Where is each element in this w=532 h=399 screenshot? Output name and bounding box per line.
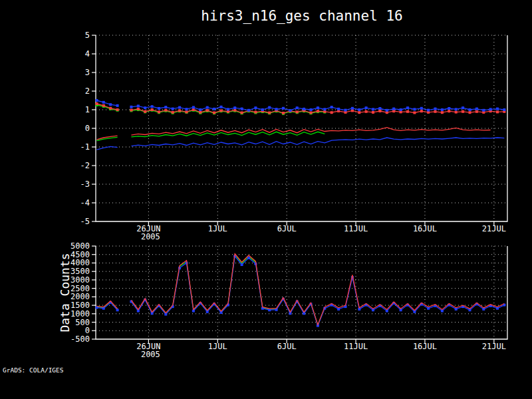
blue-upper-line-marker (317, 106, 319, 109)
blue-upper-line-marker (386, 109, 388, 112)
x-tick-labels: 26JUN20051JUL6JUL11JUL16JUL21JUL (136, 221, 506, 241)
blue-upper-line-marker (441, 108, 444, 111)
blue-upper-line-marker (178, 106, 181, 109)
red-upper-line-marker (172, 111, 174, 114)
x-tick-label: 11JUL (344, 224, 368, 233)
blue-lower-line-path (97, 138, 505, 150)
blue-upper-line-marker (331, 106, 333, 108)
y-tick-label: -1 (80, 142, 90, 152)
blue-upper-line-marker (455, 108, 458, 110)
x-tick-label: 1JUL (208, 224, 227, 233)
red-upper-line-marker (130, 109, 132, 112)
blue-upper-line-marker (144, 106, 146, 109)
blue-upper-line-marker (206, 106, 209, 109)
red-upper-line-marker (406, 110, 409, 113)
blue-upper-line-marker (489, 108, 492, 110)
blue-upper-line-marker (323, 108, 326, 110)
y-tick-label: 4500 (70, 250, 90, 259)
red-upper-line-marker (116, 108, 119, 111)
blue-upper-line-marker (275, 108, 278, 110)
red-upper-line-marker (233, 109, 236, 112)
top-panel: -5-4-3-2-101234526JUN20051JUL6JUL11JUL16… (80, 31, 507, 241)
red-upper-line-marker (144, 110, 146, 113)
y-tick-label: 0 (85, 124, 90, 133)
x-tick-label: 11JUL (344, 342, 368, 351)
y-tick-label: 2 (85, 86, 90, 96)
red-upper-line-marker (199, 111, 201, 114)
blue-upper-line-marker (365, 106, 368, 109)
blue-upper-line-marker (282, 107, 285, 110)
blue-upper-line-marker (496, 108, 499, 110)
gridlines (96, 35, 507, 221)
blue-counts-line-marker (241, 263, 243, 266)
y-tick-label: -3 (80, 180, 90, 189)
blue-upper-line-marker (475, 108, 478, 110)
blue-upper-line-marker (392, 108, 395, 110)
blue-upper-line-marker (310, 108, 313, 111)
red-upper-line-marker (323, 110, 326, 113)
blue-counts-line-marker (496, 307, 499, 310)
x-tick-label: 6JUL (277, 224, 297, 233)
y-tick-label: 3 (85, 68, 90, 77)
blue-upper-line-marker (296, 106, 299, 109)
red-upper-line-marker (351, 109, 354, 112)
red-upper-line-marker (441, 111, 444, 114)
y-tick-label: 500 (75, 318, 90, 327)
blue-upper-line-marker (406, 106, 409, 109)
red-upper-line-marker (496, 110, 499, 113)
blue-upper-line-marker (227, 108, 229, 110)
red-upper-line-marker (358, 111, 360, 114)
red-lower-line-path (97, 128, 491, 140)
blue-upper-line-marker (164, 106, 167, 108)
y-tick-label: 4 (85, 49, 90, 59)
y-tick-label: -2 (80, 161, 90, 170)
blue-upper-line-marker (130, 106, 132, 108)
red-upper-line-marker (241, 112, 243, 114)
x-tick-label: 21JUL (482, 342, 506, 351)
red-upper-line-marker (254, 111, 257, 114)
red-upper-line-marker (158, 110, 160, 113)
blue-upper-line-marker (427, 109, 430, 112)
blue-upper-line-marker (186, 108, 188, 110)
red-upper-line-marker (392, 110, 395, 112)
y-tick-label: 3500 (70, 267, 90, 276)
red-upper-line-marker (220, 109, 223, 112)
blue-upper-line-marker (102, 101, 105, 104)
y-tick-label: -500 (70, 334, 90, 344)
red-upper-line-marker (434, 110, 437, 113)
blue-upper-line-marker (337, 108, 340, 110)
red-upper-line-marker (186, 110, 188, 113)
y-tick-labels: -5-4-3-2-1012345 (80, 31, 96, 226)
blue-counts-line-marker (427, 307, 430, 310)
x-tick-label: 1JUL (208, 342, 227, 351)
red-counts-line (97, 254, 505, 325)
red-upper-line-marker (310, 112, 313, 114)
red-upper-line-marker (475, 110, 478, 113)
y-tick-label: 1500 (70, 301, 90, 310)
blue-upper-line-marker (192, 106, 195, 108)
red-upper-line-marker (227, 110, 229, 113)
red-upper-line-marker (178, 109, 181, 112)
blue-upper-line-marker (420, 107, 423, 110)
blue-upper-line-marker (372, 108, 374, 110)
blue-upper-line-marker (289, 109, 291, 112)
blue-upper-line (96, 99, 506, 112)
x-tick-label: 6JUL (277, 342, 297, 351)
blue-upper-line-marker (434, 108, 437, 110)
red-upper-line-marker (462, 110, 464, 113)
grads-credit: GrADS: COLA/IGES (3, 366, 64, 374)
y-tick-label: 4000 (70, 258, 90, 267)
red-upper-line-marker (420, 110, 423, 112)
red-upper-line-marker (102, 104, 105, 107)
blue-upper-line-marker (413, 108, 416, 110)
blue-upper-line-marker (158, 107, 160, 110)
blue-upper-line-marker (303, 108, 305, 110)
red-upper-line-marker (137, 108, 140, 110)
blue-upper-line-marker (400, 108, 402, 111)
y-tick-label: 5000 (70, 241, 90, 251)
blue-upper-line-marker (344, 109, 347, 112)
x-tick-labels: 26JUN20051JUL6JUL11JUL16JUL21JUL (136, 339, 506, 359)
red-upper-line-marker (378, 110, 381, 112)
red-upper-line-marker (455, 111, 458, 114)
blue-upper-line-marker (268, 106, 271, 109)
